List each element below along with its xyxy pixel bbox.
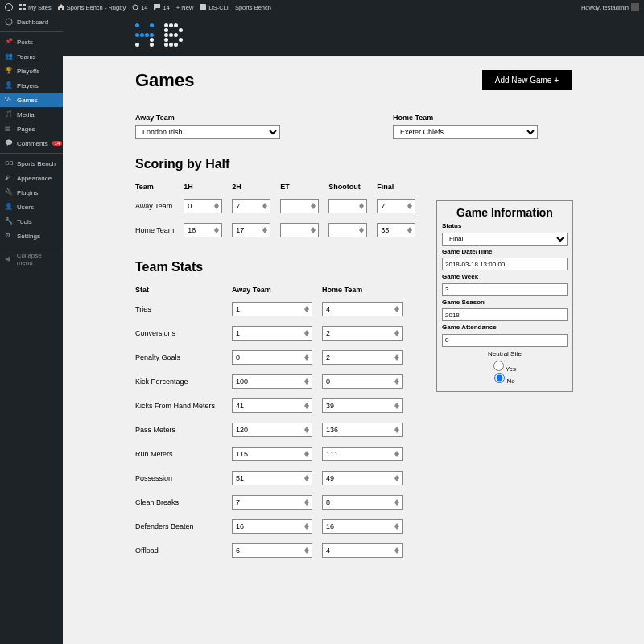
spinner-buttons[interactable] — [304, 496, 311, 509]
stat-clean-breaks-away-input[interactable] — [232, 495, 312, 510]
svg-point-0 — [6, 4, 13, 11]
datetime-input[interactable] — [442, 258, 568, 270]
neutral-yes-radio[interactable] — [493, 361, 504, 371]
spinner-buttons[interactable] — [304, 327, 311, 340]
stat-conversions-away-input[interactable] — [232, 326, 312, 341]
spinner-buttons[interactable] — [304, 399, 311, 412]
sidebar-item-dashboard[interactable]: Dashboard — [0, 14, 63, 29]
stat-run-meters-home-input[interactable] — [322, 447, 402, 461]
season-input[interactable] — [442, 308, 568, 321]
spinner-buttons[interactable] — [304, 472, 311, 485]
sidebar-item-media[interactable]: 🎵Media — [0, 107, 63, 122]
brush-icon: 🖌 — [5, 174, 13, 182]
spinner-buttons[interactable] — [394, 351, 401, 364]
sidebar-item-playoffs[interactable]: 🏆Playoffs — [0, 64, 63, 78]
new-content-link[interactable]: + New — [176, 4, 193, 11]
status-select[interactable]: Final — [442, 233, 568, 246]
sidebar-collapse[interactable]: ◀Collapse menu — [0, 249, 63, 270]
stat-kick-percentage-away-input[interactable] — [232, 374, 312, 389]
stat-offload-home-input[interactable] — [322, 543, 402, 558]
neutral-no-radio[interactable] — [494, 373, 505, 383]
stat-defenders-beaten-away-input[interactable] — [232, 519, 312, 534]
spinner-buttons[interactable] — [262, 224, 269, 237]
spinner-buttons[interactable] — [394, 327, 401, 340]
my-sites-link[interactable]: My Sites — [19, 4, 52, 11]
spinner-buttons[interactable] — [394, 520, 401, 533]
neutral-yes-label[interactable]: Yes — [493, 365, 516, 373]
stat-offload-away-input[interactable] — [232, 543, 312, 558]
spinner-buttons[interactable] — [304, 423, 311, 436]
stat-tries-away-input[interactable] — [232, 302, 312, 316]
howdy-link[interactable]: Howdy, testadmin — [581, 3, 639, 11]
attendance-input[interactable] — [442, 334, 568, 347]
spinner-buttons[interactable] — [304, 520, 311, 533]
spinner-buttons[interactable] — [311, 200, 317, 213]
stat-name: Kicks From Hand Meters — [135, 394, 232, 418]
spinner-buttons[interactable] — [394, 544, 401, 557]
spinner-buttons[interactable] — [359, 200, 365, 213]
stat-clean-breaks-home-input[interactable] — [322, 495, 402, 510]
stat-possession-home-input[interactable] — [322, 471, 402, 485]
add-new-game-button[interactable]: Add New Game + — [482, 70, 572, 90]
spinner-buttons[interactable] — [214, 224, 221, 237]
stat-pass-meters-home-input[interactable] — [322, 423, 402, 437]
stat-penalty-goals-away-input[interactable] — [232, 350, 312, 365]
stat-tries-home-input[interactable] — [322, 302, 402, 316]
site-name-link[interactable]: Sports Bench - Rugby — [58, 4, 126, 11]
sidebar-item-teams[interactable]: 👥Teams — [0, 49, 63, 64]
sidebar-item-appearance[interactable]: 🖌Appearance — [0, 171, 63, 185]
stat-penalty-goals-home-input[interactable] — [322, 350, 402, 365]
stat-pass-meters-away-input[interactable] — [232, 423, 312, 437]
comments-link[interactable]: 14 — [154, 4, 169, 11]
sidebar-item-tools[interactable]: 🔧Tools — [0, 214, 63, 229]
spinner-buttons[interactable] — [359, 224, 365, 237]
away-team-select[interactable]: London Irish — [135, 125, 280, 139]
stat-kicks-from-hand-meters-away-input[interactable] — [232, 398, 312, 413]
stats-th-stat: Stat — [135, 283, 232, 297]
sidebar-item-players[interactable]: 👤Players — [0, 78, 63, 93]
player-icon: 👤 — [5, 81, 13, 89]
sidebar-item-settings[interactable]: ⚙Settings — [0, 229, 63, 243]
stat-possession-away-input[interactable] — [232, 471, 312, 485]
sidebar-item-posts[interactable]: 📌Posts — [0, 35, 63, 49]
spinner-buttons[interactable] — [311, 224, 317, 237]
stat-run-meters-away-input[interactable] — [232, 447, 312, 461]
wp-logo[interactable] — [5, 3, 13, 11]
sidebar-item-pages[interactable]: ▤Pages — [0, 122, 63, 136]
spinner-buttons[interactable] — [407, 200, 414, 213]
spinner-buttons[interactable] — [394, 303, 401, 316]
sidebar-item-sportsbench[interactable]: SBSports Bench — [0, 156, 63, 171]
stat-kicks-from-hand-meters-home-input[interactable] — [322, 398, 402, 413]
spinner-buttons[interactable] — [394, 375, 401, 388]
spinner-buttons[interactable] — [262, 200, 269, 213]
spinner-buttons[interactable] — [304, 544, 311, 557]
sportsbench-link[interactable]: Sports Bench — [235, 4, 271, 11]
spinner-buttons[interactable] — [394, 496, 401, 509]
spinner-buttons[interactable] — [407, 224, 414, 237]
spinner-buttons[interactable] — [394, 448, 401, 460]
sidebar-item-plugins[interactable]: 🔌Plugins — [0, 185, 63, 200]
admin-sidebar: Dashboard 📌Posts 👥Teams 🏆Playoffs 👤Playe… — [0, 14, 63, 644]
sidebar-item-comments[interactable]: 💬Comments14 — [0, 136, 63, 151]
stat-defenders-beaten-home-input[interactable] — [322, 519, 402, 534]
spinner-buttons[interactable] — [304, 351, 311, 364]
spinner-buttons[interactable] — [304, 303, 311, 316]
week-label: Game Week — [442, 273, 568, 280]
dscli-link[interactable]: DS-CLI — [200, 4, 229, 11]
spinner-buttons[interactable] — [304, 448, 311, 460]
spinner-buttons[interactable] — [394, 472, 401, 485]
stat-conversions-home-input[interactable] — [322, 326, 402, 341]
spinner-buttons[interactable] — [394, 423, 401, 436]
svg-rect-3 — [19, 8, 22, 10]
spinner-buttons[interactable] — [394, 399, 401, 412]
sidebar-item-games[interactable]: V₂Games — [0, 93, 63, 107]
updates-link[interactable]: 14 — [132, 4, 147, 11]
spinner-buttons[interactable] — [214, 200, 221, 213]
neutral-no-label[interactable]: No — [494, 378, 514, 385]
spinner-buttons[interactable] — [304, 375, 311, 388]
home-team-select[interactable]: Exeter Chiefs — [393, 125, 538, 139]
stat-kick-percentage-home-input[interactable] — [322, 374, 402, 389]
sidebar-item-users[interactable]: 👤Users — [0, 200, 63, 214]
stat-row-penalty-goals: Penalty Goals — [135, 345, 412, 369]
week-input[interactable] — [442, 283, 568, 296]
